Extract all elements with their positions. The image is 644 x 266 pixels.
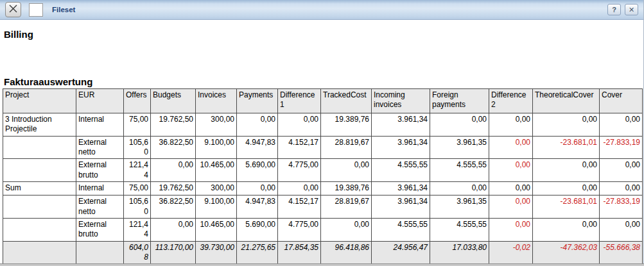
cell: Internal (76, 182, 124, 195)
cell: 4.947,83 (237, 195, 278, 219)
cell (3, 241, 76, 264)
cell: 0,00 (430, 113, 489, 137)
cell: 0,00 (237, 113, 278, 137)
table-row: External brutto121,440,0010.465,005.690,… (3, 218, 643, 241)
header-cell: Budgets (151, 89, 196, 113)
cell: 3.961,35 (430, 136, 489, 159)
cell: -0,02 (489, 241, 533, 264)
header-cell: TrackedCost (321, 89, 372, 113)
cell: 113.170,00 (151, 241, 196, 264)
cell: 3 Introduction Projectile (3, 113, 76, 137)
cell: 10.465,00 (196, 218, 237, 241)
close-x-icon (8, 4, 18, 16)
cell: 3.961,34 (372, 136, 430, 159)
cell: 0,00 (489, 182, 533, 195)
cell: 0,00 (321, 159, 372, 182)
cell: -27.833,19 (600, 136, 643, 159)
cell: 17.854,35 (278, 241, 321, 264)
window-close-button[interactable]: ✕ (625, 4, 638, 15)
cell: 0,00 (278, 182, 321, 195)
cell: 24.956,47 (372, 241, 430, 264)
header-cell: Invoices (196, 89, 237, 113)
cell: 0,00 (600, 218, 643, 241)
cell: 0,00 (533, 218, 600, 241)
cell: 0,00 (237, 182, 278, 195)
cell: 0,00 (321, 218, 372, 241)
cell: 4.555,55 (372, 218, 430, 241)
cell: 0,00 (489, 159, 533, 182)
cell: 4.555,55 (372, 159, 430, 182)
billing-heading: Billing (4, 29, 641, 40)
cell: Internal (76, 113, 124, 137)
faktura-heading: Fakturaauswertung (4, 76, 641, 87)
header-cell: EUR (76, 89, 124, 113)
cell: 3.961,34 (372, 182, 430, 195)
cell: 0,00 (533, 182, 600, 195)
content-area: Billing Fakturaauswertung ProjectEUROffe… (0, 20, 643, 265)
cell: 0,00 (489, 218, 533, 241)
cell: 9.100,00 (196, 136, 237, 159)
cell: 19.762,50 (151, 113, 196, 137)
header-cell: Cover (600, 89, 643, 113)
cell (3, 195, 76, 219)
table-row: 3 Introduction ProjectileInternal75,0019… (3, 113, 643, 137)
table-row: External netto105,6036.822,509.100,004.9… (3, 136, 643, 159)
cell: 4.152,17 (278, 136, 321, 159)
cell: 4.775,00 (278, 159, 321, 182)
table-header: ProjectEUROffersBudgetsInvoicesPaymentsD… (3, 89, 643, 113)
application-window: Fileset ? ✕ Billing Fakturaauswertung Pr… (0, 0, 644, 266)
cell: 10.465,00 (196, 159, 237, 182)
cell: 105,60 (124, 136, 151, 159)
cell: 19.762,50 (151, 182, 196, 195)
cell: External netto (76, 195, 124, 219)
table-row: SumInternal75,0019.762,50300,000,000,001… (3, 182, 643, 195)
cell: 0,00 (151, 159, 196, 182)
header-row: ProjectEUROffersBudgetsInvoicesPaymentsD… (3, 89, 643, 113)
cell: 4.152,17 (278, 195, 321, 219)
cell: 19.389,76 (321, 182, 372, 195)
cell: 21.275,65 (237, 241, 278, 264)
cell: 9.100,00 (196, 195, 237, 219)
header-cell: Payments (237, 89, 278, 113)
cell: External brutto (76, 218, 124, 241)
titlebar: Fileset ? ✕ (0, 0, 643, 20)
cell: 96.418,86 (321, 241, 372, 264)
cell: -23.681,01 (533, 195, 600, 219)
cell (3, 218, 76, 241)
cell: 0,00 (533, 159, 600, 182)
cell: 3.961,34 (372, 113, 430, 137)
cell: 0,00 (430, 182, 489, 195)
close-panel-button[interactable] (5, 2, 21, 17)
cell: -27.833,19 (600, 195, 643, 219)
cell: 19.389,76 (321, 113, 372, 137)
bottom-edge-strip (0, 263, 644, 266)
cell: 0,00 (489, 113, 533, 137)
cell (76, 241, 124, 264)
cell: -55.666,38 (600, 241, 643, 264)
cell: 36.822,50 (151, 195, 196, 219)
cell: 5.690,00 (237, 159, 278, 182)
cell: 17.033,80 (430, 241, 489, 264)
cell: 36.822,50 (151, 136, 196, 159)
cell: 28.819,67 (321, 195, 372, 219)
cell: 4.947,83 (237, 136, 278, 159)
cell: 0,00 (533, 113, 600, 137)
table-row: External brutto121,440,0010.465,005.690,… (3, 159, 643, 182)
cell: 75,00 (124, 113, 151, 137)
help-button[interactable]: ? (607, 4, 621, 15)
fileset-checkbox[interactable] (29, 3, 43, 17)
cell: Sum (3, 182, 76, 195)
header-cell: Difference 1 (278, 89, 321, 113)
cell: External netto (76, 136, 124, 159)
cell: 5.690,00 (237, 218, 278, 241)
cell: 4.555,55 (430, 218, 489, 241)
table-body: 3 Introduction ProjectileInternal75,0019… (3, 113, 643, 265)
cell: 4.555,55 (430, 159, 489, 182)
cell: 0,00 (278, 113, 321, 137)
header-cell: TheoreticalCover (533, 89, 600, 113)
header-cell: Offers (124, 89, 151, 113)
header-cell: Project (3, 89, 76, 113)
table-row: External netto105,6036.822,509.100,004.9… (3, 195, 643, 219)
cell: 105,60 (124, 195, 151, 219)
cell: 121,44 (124, 218, 151, 241)
